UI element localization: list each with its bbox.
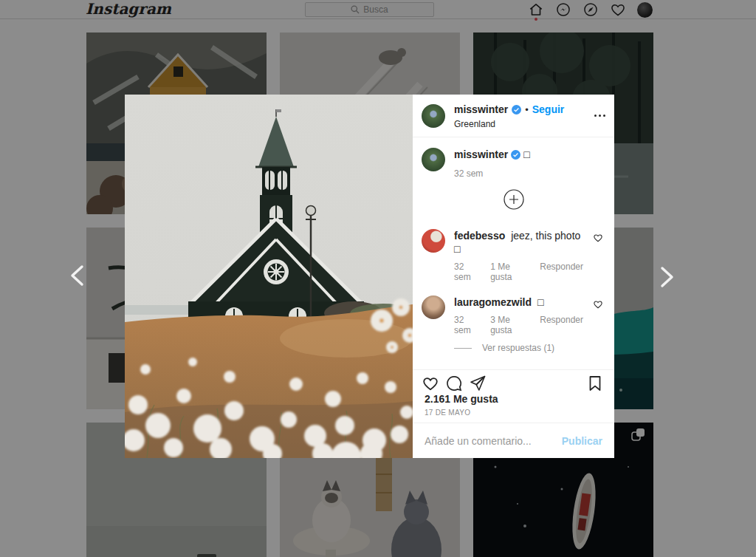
comment-likes-count[interactable]: 3 Me gusta bbox=[490, 315, 529, 335]
commenter-avatar[interactable] bbox=[422, 229, 445, 253]
add-comment-row: Publicar bbox=[413, 423, 614, 458]
commenter-username[interactable]: fedebesso bbox=[454, 230, 505, 242]
previous-post-chevron-icon[interactable] bbox=[68, 263, 87, 288]
plus-circle-icon[interactable] bbox=[504, 189, 524, 210]
comment-icon[interactable] bbox=[445, 375, 463, 392]
post-caption: misswinter□ 32 sem bbox=[413, 137, 614, 179]
post-date: 17 DE MAYO bbox=[425, 409, 470, 417]
post-header: misswinter • Seguir Greenland bbox=[413, 95, 614, 137]
verified-badge-icon bbox=[511, 150, 520, 160]
comment-likes-count[interactable]: 1 Me gusta bbox=[490, 262, 529, 282]
comments-scroll-area[interactable]: misswinter□ 32 sem fedebesso jeez, this … bbox=[413, 137, 614, 369]
caption-avatar[interactable] bbox=[422, 148, 445, 171]
post-photo bbox=[125, 95, 413, 458]
commenter-avatar[interactable] bbox=[422, 295, 445, 319]
comment-like-heart-icon[interactable] bbox=[593, 299, 603, 310]
comment-timestamp: 32 sem bbox=[454, 315, 480, 335]
view-replies-label: Ver respuestas (1) bbox=[482, 343, 554, 353]
comment-timestamp: 32 sem bbox=[454, 262, 480, 282]
verified-badge-icon bbox=[512, 105, 521, 115]
comment-row: lauragomezwild □ 32 sem 3 Me gusta Respo… bbox=[413, 287, 614, 340]
replies-dash-line bbox=[454, 348, 472, 349]
likes-count[interactable]: 2.161 Me gusta bbox=[425, 393, 498, 405]
caption-username[interactable]: misswinter bbox=[454, 148, 508, 160]
view-replies-button[interactable]: Ver respuestas (1) bbox=[413, 340, 614, 360]
comment-reply-button[interactable]: Responder bbox=[540, 315, 583, 335]
follow-button[interactable]: Seguir bbox=[532, 103, 565, 115]
author-username[interactable]: misswinter bbox=[454, 103, 508, 115]
comment-row: paroymepiro @misswinter what would you r… bbox=[413, 360, 614, 369]
comment-like-heart-icon[interactable] bbox=[593, 233, 603, 243]
comment-input[interactable] bbox=[425, 435, 562, 447]
caption-text: □ bbox=[523, 148, 529, 160]
post-location[interactable]: Greenland bbox=[454, 119, 495, 129]
like-icon[interactable] bbox=[422, 375, 439, 392]
comment-text: □ bbox=[537, 296, 543, 308]
separator-dot: • bbox=[525, 104, 529, 115]
save-icon[interactable] bbox=[586, 375, 604, 392]
commenter-username[interactable]: lauragomezwild bbox=[454, 296, 532, 308]
load-more-comments bbox=[413, 179, 614, 220]
more-options-icon[interactable] bbox=[594, 115, 605, 117]
next-post-chevron-icon[interactable] bbox=[657, 264, 676, 290]
comment-reply-button[interactable]: Responder bbox=[540, 262, 583, 282]
post-modal: misswinter • Seguir Greenland misswinter… bbox=[125, 95, 614, 458]
share-icon[interactable] bbox=[469, 375, 487, 392]
caption-timestamp: 32 sem bbox=[454, 168, 602, 179]
post-detail-panel: misswinter • Seguir Greenland misswinter… bbox=[413, 95, 614, 458]
comment-row: fedebesso jeez, this photo □ 32 sem 1 Me… bbox=[413, 220, 614, 287]
publish-button[interactable]: Publicar bbox=[562, 435, 602, 447]
author-avatar[interactable] bbox=[422, 104, 445, 128]
